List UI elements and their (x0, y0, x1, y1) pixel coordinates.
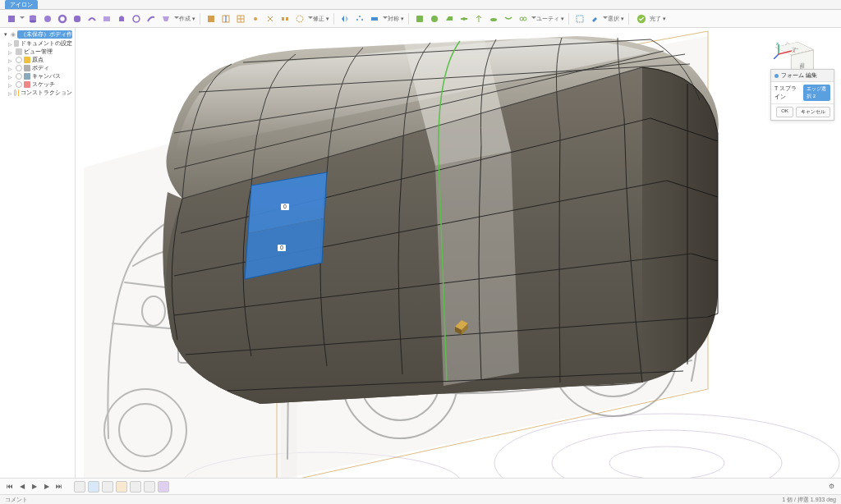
interpolate-icon[interactable] (517, 12, 530, 25)
edit-form-icon[interactable] (205, 12, 218, 25)
svg-text:x: x (793, 48, 795, 53)
svg-rect-15 (282, 17, 284, 21)
toolbar-group-label: 選択 ▾ (608, 15, 624, 23)
eye-icon[interactable] (16, 81, 22, 88)
svg-rect-22 (416, 16, 423, 22)
svg-line-52 (774, 54, 779, 59)
match-icon[interactable] (502, 12, 515, 25)
tspline-body: 0 0 (163, 36, 719, 404)
select-paint-icon[interactable] (588, 12, 601, 25)
finish-form-icon[interactable] (633, 12, 650, 25)
eye-icon[interactable]: ◉ (11, 31, 16, 38)
cylinder-primitive-icon[interactable] (26, 12, 39, 25)
svg-point-28 (523, 17, 526, 21)
timeline-play-icon[interactable]: ▶ (30, 482, 39, 492)
box-primitive-icon[interactable] (5, 12, 18, 25)
svg-rect-23 (431, 16, 438, 22)
extrude-icon[interactable] (115, 12, 128, 25)
insert-point-icon[interactable] (249, 12, 262, 25)
axis-triad-icon: x z (774, 43, 798, 59)
timeline-feature[interactable] (74, 481, 85, 493)
timeline-feature[interactable] (130, 481, 141, 493)
tab-active[interactable]: アイロン (5, 0, 38, 9)
tree-item[interactable]: ▷スケッチ (2, 80, 73, 89)
document-name[interactable]: （未保存）ボディ作り v1 (17, 30, 72, 39)
status-hint: コメント (5, 496, 28, 504)
selection-pill[interactable]: エッジ選択 2 (803, 85, 830, 101)
ok-button[interactable]: OK (776, 107, 793, 117)
timeline-end-icon[interactable]: ⏭ (54, 482, 64, 492)
sphere-primitive-icon[interactable] (41, 12, 54, 25)
panel-header[interactable]: フォーム 編集 (771, 70, 834, 82)
thicken-icon[interactable] (368, 12, 381, 25)
construction-icon (18, 89, 19, 96)
timeline-feature[interactable] (144, 481, 155, 493)
body-icon (24, 65, 30, 71)
svg-point-27 (520, 17, 523, 21)
panel-title: フォーム 編集 (781, 71, 817, 80)
triangle-icon: ▷ (8, 66, 14, 71)
svg-point-19 (361, 19, 363, 21)
tree-item[interactable]: ▷ドキュメントの設定 (2, 39, 73, 48)
tree-item[interactable]: ▷コンストラクション (2, 89, 73, 97)
tree-item[interactable]: ▷ビュー管理 (2, 48, 73, 56)
timeline-next-icon[interactable]: ▶ (42, 482, 52, 492)
status-right: 1 個 / 押選 1.933 deg (782, 496, 836, 504)
pull-icon[interactable] (472, 12, 485, 25)
subdivide-icon[interactable] (234, 12, 247, 25)
pipe-icon[interactable] (85, 12, 99, 25)
revolve-icon[interactable] (130, 12, 143, 25)
timeline-feature[interactable] (158, 481, 169, 493)
viewport-3d[interactable]: 0 0 ⌂ 前 右 上 (76, 28, 841, 489)
dropdown-icon[interactable] (20, 16, 25, 21)
crease-icon[interactable] (413, 12, 426, 25)
triangle-icon: ▷ (8, 90, 12, 96)
timeline-feature[interactable] (88, 481, 99, 493)
svg-point-26 (490, 18, 497, 21)
face-icon[interactable] (100, 12, 113, 25)
eye-icon[interactable] (14, 89, 16, 96)
bridge-icon[interactable] (278, 12, 292, 25)
tree-item[interactable]: ▷キャンバス (2, 72, 73, 80)
uncrease-icon[interactable] (428, 12, 441, 25)
timeline-start-icon[interactable]: ⏮ (5, 482, 15, 492)
fill-hole-icon[interactable] (293, 12, 306, 25)
eye-icon[interactable] (16, 65, 22, 71)
torus-primitive-icon[interactable] (56, 12, 69, 25)
timeline-prev-icon[interactable]: ◀ (17, 482, 27, 492)
edit-form-panel: フォーム 編集 T スプライン エッジ選択 2 OK キャンセル (770, 69, 834, 121)
toolbar-group-label: 修正 ▾ (313, 15, 329, 23)
tree-item[interactable]: ▷ボディ (2, 64, 73, 72)
svg-point-25 (462, 17, 466, 21)
toolbar-group-label: 対称 ▾ (388, 15, 404, 23)
timeline-settings-icon[interactable]: ⚙ (826, 482, 836, 492)
select-box-icon[interactable] (573, 12, 586, 25)
timeline-feature[interactable] (116, 481, 127, 493)
browser-doc-header[interactable]: ▾ ◉ （未保存）ボディ作り v1 (2, 30, 73, 39)
svg-point-14 (254, 17, 257, 21)
mirror-icon[interactable] (338, 12, 352, 25)
flatten-icon[interactable] (487, 12, 500, 25)
merge-icon[interactable] (264, 12, 277, 25)
loft-icon[interactable] (159, 12, 172, 25)
separator (200, 13, 200, 25)
status-bar: コメント 1 個 / 押選 1.933 deg (0, 494, 841, 504)
triangle-icon: ▷ (8, 74, 14, 80)
quadball-icon[interactable] (71, 12, 84, 25)
triangle-icon: ▷ (8, 41, 12, 47)
cancel-button[interactable]: キャンセル (796, 107, 830, 117)
sweep-icon[interactable] (145, 12, 158, 25)
svg-text:0: 0 (283, 204, 287, 209)
eye-icon[interactable] (16, 57, 22, 63)
svg-point-3 (30, 20, 36, 22)
timeline-feature[interactable] (102, 481, 113, 493)
insert-edge-icon[interactable] (219, 12, 232, 25)
origin-icon (24, 57, 30, 63)
eye-icon[interactable] (16, 73, 22, 80)
circular-pattern-icon[interactable] (353, 12, 366, 25)
svg-rect-21 (371, 17, 378, 21)
tree-item[interactable]: ▷原点 (2, 56, 73, 64)
svg-rect-7 (103, 16, 110, 21)
bevel-icon[interactable] (443, 12, 456, 25)
slide-icon[interactable] (457, 12, 471, 25)
